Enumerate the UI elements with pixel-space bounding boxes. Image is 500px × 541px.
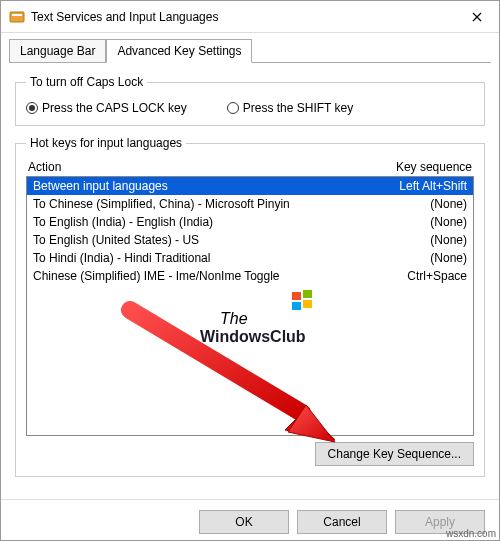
radio-icon — [26, 102, 38, 114]
hotkeys-group: Hot keys for input languages Action Key … — [15, 136, 485, 477]
list-item[interactable]: To Chinese (Simplified, China) - Microso… — [27, 195, 473, 213]
hotkeys-legend: Hot keys for input languages — [26, 136, 186, 150]
list-item-keysequence: (None) — [430, 215, 467, 229]
radio-press-capslock[interactable]: Press the CAPS LOCK key — [26, 101, 187, 115]
list-item-action: Chinese (Simplified) IME - Ime/NonIme To… — [33, 269, 280, 283]
svg-rect-0 — [10, 12, 24, 22]
column-keysequence: Key sequence — [396, 160, 472, 174]
dialog-window: Text Services and Input Languages Langua… — [0, 0, 500, 541]
list-item-keysequence: (None) — [430, 197, 467, 211]
tab-language-bar[interactable]: Language Bar — [9, 39, 106, 63]
list-item-action: To Chinese (Simplified, China) - Microso… — [33, 197, 290, 211]
radio-icon — [227, 102, 239, 114]
column-action: Action — [28, 160, 61, 174]
list-item[interactable]: Chinese (Simplified) IME - Ime/NonIme To… — [27, 267, 473, 285]
window-title: Text Services and Input Languages — [31, 10, 454, 24]
app-icon — [9, 9, 25, 25]
list-item-action: To Hindi (India) - Hindi Traditional — [33, 251, 210, 265]
list-header: Action Key sequence — [26, 158, 474, 176]
close-button[interactable] — [454, 1, 499, 33]
radio-label: Press the CAPS LOCK key — [42, 101, 187, 115]
tab-advanced-key-settings[interactable]: Advanced Key Settings — [106, 39, 252, 63]
ok-button[interactable]: OK — [199, 510, 289, 534]
svg-rect-1 — [12, 14, 22, 16]
list-item[interactable]: To Hindi (India) - Hindi Traditional(Non… — [27, 249, 473, 267]
list-item-keysequence: (None) — [430, 251, 467, 265]
hotkeys-list[interactable]: Between input languagesLeft Alt+ShiftTo … — [26, 176, 474, 436]
list-item-keysequence: Left Alt+Shift — [399, 179, 467, 193]
radio-press-shift[interactable]: Press the SHIFT key — [227, 101, 353, 115]
list-item-action: Between input languages — [33, 179, 168, 193]
titlebar: Text Services and Input Languages — [1, 1, 499, 33]
dialog-buttons: OK Cancel Apply — [1, 499, 499, 541]
list-item-keysequence: Ctrl+Space — [407, 269, 467, 283]
list-item[interactable]: To English (United States) - US(None) — [27, 231, 473, 249]
list-item-keysequence: (None) — [430, 233, 467, 247]
list-item-action: To English (India) - English (India) — [33, 215, 213, 229]
list-item-action: To English (United States) - US — [33, 233, 199, 247]
tab-content: To turn off Caps Lock Press the CAPS LOC… — [1, 63, 499, 499]
change-key-sequence-button[interactable]: Change Key Sequence... — [315, 442, 474, 466]
caps-lock-legend: To turn off Caps Lock — [26, 75, 147, 89]
list-item[interactable]: Between input languagesLeft Alt+Shift — [27, 177, 473, 195]
list-item[interactable]: To English (India) - English (India)(Non… — [27, 213, 473, 231]
cancel-button[interactable]: Cancel — [297, 510, 387, 534]
radio-label: Press the SHIFT key — [243, 101, 353, 115]
apply-button[interactable]: Apply — [395, 510, 485, 534]
tab-strip: Language Bar Advanced Key Settings — [1, 33, 499, 63]
caps-lock-group: To turn off Caps Lock Press the CAPS LOC… — [15, 75, 485, 126]
